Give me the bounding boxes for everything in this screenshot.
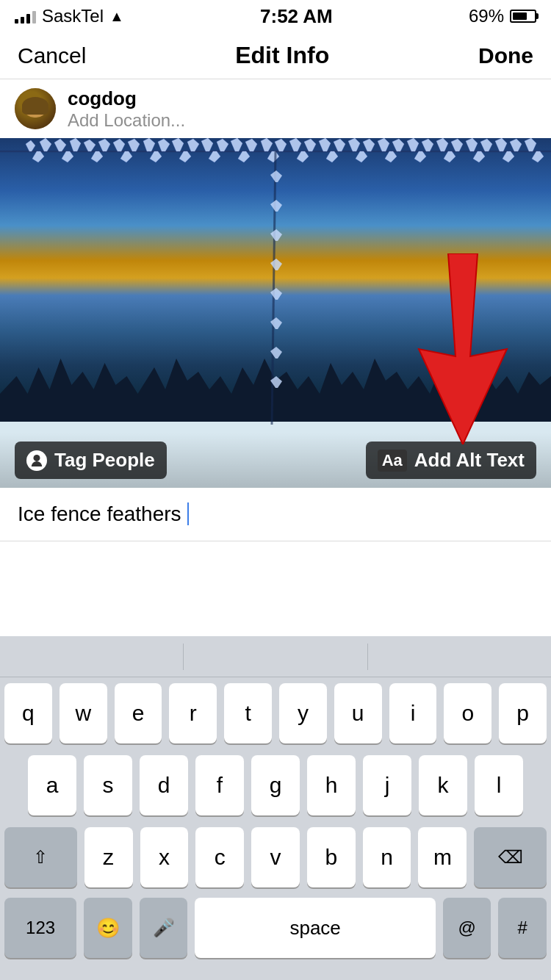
key-k[interactable]: k [419, 755, 467, 815]
svg-marker-35 [525, 138, 536, 151]
key-d[interactable]: d [140, 755, 188, 815]
svg-marker-42 [209, 151, 220, 162]
svg-marker-56 [270, 200, 282, 212]
svg-marker-41 [179, 151, 191, 162]
svg-marker-51 [473, 151, 485, 162]
add-location-button[interactable]: Add Location... [68, 110, 185, 131]
svg-marker-47 [356, 151, 367, 162]
key-shift[interactable]: ⇧ [4, 827, 77, 887]
svg-marker-32 [480, 139, 492, 151]
svg-marker-11 [172, 138, 184, 151]
svg-marker-30 [451, 139, 463, 151]
svg-marker-31 [466, 138, 478, 151]
alt-text-icon: Aa [378, 450, 407, 472]
key-b[interactable]: b [307, 827, 356, 887]
battery-icon [510, 10, 536, 23]
key-n[interactable]: n [363, 827, 411, 887]
key-delete[interactable]: ⌫ [474, 827, 547, 887]
svg-marker-16 [245, 139, 257, 151]
key-y[interactable]: y [279, 683, 327, 743]
svg-marker-24 [363, 139, 375, 151]
wifi-icon: ▲ [109, 8, 124, 25]
keyboard-row-4: 123 😊 🎤 space @ # [0, 893, 551, 980]
svg-marker-34 [510, 139, 522, 151]
svg-marker-59 [270, 288, 282, 300]
svg-marker-37 [62, 151, 73, 162]
status-time: 7:52 AM [260, 5, 333, 28]
svg-marker-45 [297, 151, 309, 162]
svg-marker-18 [275, 139, 287, 151]
suggestion-3[interactable] [368, 651, 551, 663]
key-e[interactable]: e [115, 683, 162, 743]
key-c[interactable]: c [195, 827, 244, 887]
svg-marker-46 [326, 151, 338, 162]
svg-marker-3 [54, 139, 66, 151]
svg-marker-1 [26, 140, 35, 151]
key-t[interactable]: t [224, 683, 272, 743]
key-f[interactable]: f [195, 755, 244, 815]
svg-marker-55 [270, 170, 282, 182]
user-info: cogdog Add Location... [68, 87, 185, 131]
key-mic[interactable]: 🎤 [140, 898, 188, 958]
keyboard-row-2: a s d f g h j k l [0, 749, 551, 821]
svg-marker-22 [334, 139, 345, 151]
alt-text-label: Add Alt Text [414, 449, 525, 472]
key-j[interactable]: j [363, 755, 411, 815]
svg-marker-25 [378, 138, 389, 151]
person-icon [26, 450, 47, 471]
tag-people-button[interactable]: Tag People [15, 442, 167, 479]
svg-marker-15 [231, 138, 242, 151]
status-right: 69% [469, 6, 536, 26]
key-w[interactable]: w [60, 683, 107, 743]
cancel-button[interactable]: Cancel [18, 43, 86, 68]
key-u[interactable]: u [334, 683, 382, 743]
key-emoji[interactable]: 😊 [84, 898, 132, 958]
key-at[interactable]: @ [443, 898, 491, 958]
key-m[interactable]: m [418, 827, 467, 887]
key-z[interactable]: z [84, 827, 133, 887]
photo-actions: Tag People Aa Add Alt Text [0, 433, 551, 488]
key-space[interactable]: space [195, 898, 436, 958]
tag-people-label: Tag People [54, 449, 155, 472]
status-left: SaskTel ▲ [15, 6, 124, 26]
keyboard: q w e r t y u i o p a s d f g h j k l ⇧ … [0, 636, 551, 980]
key-g[interactable]: g [251, 755, 300, 815]
key-a[interactable]: a [28, 755, 76, 815]
key-h[interactable]: h [307, 755, 356, 815]
svg-marker-7 [113, 139, 125, 151]
key-o[interactable]: o [444, 683, 491, 743]
key-numbers[interactable]: 123 [4, 898, 76, 958]
battery-fill [513, 12, 527, 20]
suggestion-2[interactable] [184, 651, 367, 663]
svg-marker-48 [385, 151, 397, 162]
key-hash[interactable]: # [498, 898, 547, 958]
svg-marker-12 [187, 139, 199, 151]
caption-area: Ice fence feathers [0, 488, 551, 541]
key-i[interactable]: i [389, 683, 437, 743]
svg-marker-58 [270, 259, 282, 270]
svg-marker-19 [289, 138, 301, 151]
key-s[interactable]: s [84, 755, 132, 815]
svg-marker-6 [98, 139, 110, 151]
svg-marker-44 [267, 151, 279, 162]
key-v[interactable]: v [251, 827, 300, 887]
svg-marker-9 [143, 138, 155, 151]
add-alt-text-button[interactable]: Aa Add Alt Text [366, 442, 536, 479]
svg-marker-26 [392, 139, 404, 151]
caption-input[interactable]: Ice fence feathers [18, 502, 533, 526]
done-button[interactable]: Done [478, 43, 533, 68]
keyboard-suggestions [0, 636, 551, 677]
svg-marker-49 [414, 151, 426, 162]
key-r[interactable]: r [169, 683, 217, 743]
svg-marker-27 [407, 138, 419, 151]
status-bar: SaskTel ▲ 7:52 AM 69% [0, 0, 551, 32]
key-l[interactable]: l [475, 755, 523, 815]
suggestion-1[interactable] [0, 651, 183, 663]
svg-marker-28 [422, 139, 433, 151]
svg-marker-21 [319, 138, 331, 151]
svg-marker-5 [84, 140, 96, 151]
key-x[interactable]: x [140, 827, 189, 887]
svg-marker-43 [238, 151, 250, 162]
key-q[interactable]: q [4, 683, 52, 743]
key-p[interactable]: p [499, 683, 547, 743]
